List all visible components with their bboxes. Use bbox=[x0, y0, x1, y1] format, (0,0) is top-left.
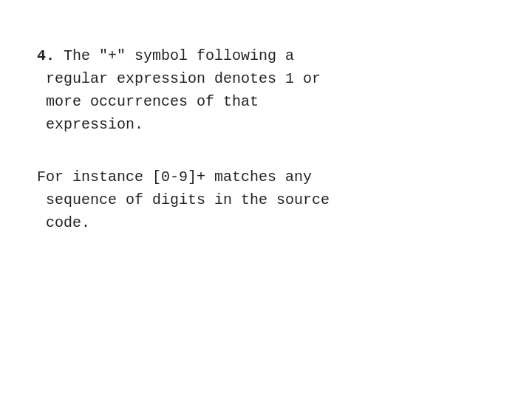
paragraph-1: 4. The "+" symbol following a regular ex… bbox=[37, 44, 495, 136]
item-number: 4. bbox=[37, 47, 55, 64]
content-area: 4. The "+" symbol following a regular ex… bbox=[0, 0, 532, 399]
text-line-2: regular expression denotes 1 or bbox=[37, 67, 495, 90]
text-line-3: more occurrences of that bbox=[37, 90, 495, 113]
paragraph-2: For instance [0-9]+ matches any sequence… bbox=[37, 166, 495, 234]
text-line-7: code. bbox=[37, 211, 495, 234]
text-line-6: sequence of digits in the source bbox=[37, 188, 495, 211]
text-line-1: 4. The "+" symbol following a bbox=[37, 44, 495, 67]
text-line-4: expression. bbox=[37, 113, 495, 136]
text-line-5: For instance [0-9]+ matches any bbox=[37, 166, 495, 188]
